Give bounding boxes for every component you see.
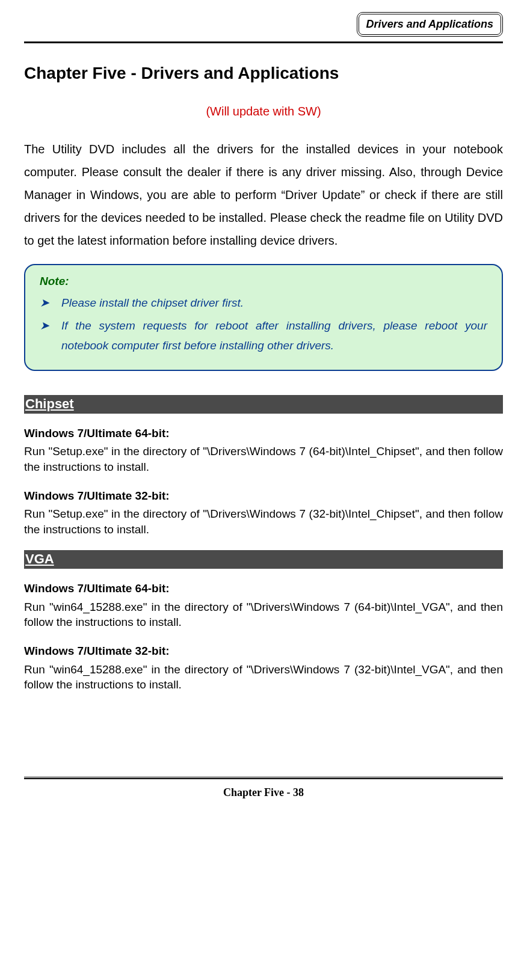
section-heading-chipset: Chipset — [24, 395, 503, 414]
subheading: Windows 7/Ultimate 64-bit: — [24, 426, 503, 442]
triangle-bullet-icon: ➤ — [40, 293, 49, 313]
note-item: ➤ If the system requests for reboot afte… — [40, 316, 487, 355]
chapter-title: Chapter Five - Drivers and Applications — [24, 61, 503, 85]
subheading: Windows 7/Ultimate 32-bit: — [24, 488, 503, 504]
triangle-bullet-icon: ➤ — [40, 316, 49, 335]
top-divider — [24, 41, 503, 43]
body-text: Run "Setup.exe" in the directory of "\Dr… — [24, 506, 503, 537]
body-text: Run "win64_15288.exe" in the directory o… — [24, 599, 503, 630]
note-label: Note: — [40, 274, 487, 290]
body-text: Run "win64_15288.exe" in the directory o… — [24, 662, 503, 693]
body-text: Run "Setup.exe" in the directory of "\Dr… — [24, 444, 503, 474]
subheading: Windows 7/Ultimate 32-bit: — [24, 643, 503, 660]
note-list: ➤ Please install the chipset driver firs… — [40, 293, 487, 355]
header-badge: Drivers and Applications — [357, 12, 503, 37]
note-item: ➤ Please install the chipset driver firs… — [40, 293, 487, 313]
section-heading-vga: VGA — [24, 550, 503, 569]
note-item-text: Please install the chipset driver first. — [61, 293, 244, 313]
page-footer: Chapter Five - 38 — [24, 785, 503, 800]
intro-paragraph: The Utility DVD includes all the drivers… — [24, 138, 503, 252]
subheading: Windows 7/Ultimate 64-bit: — [24, 581, 503, 597]
note-item-text: If the system requests for reboot after … — [61, 316, 487, 355]
update-note: (Will update with SW) — [24, 103, 503, 120]
note-box: Note: ➤ Please install the chipset drive… — [24, 264, 503, 370]
bottom-divider — [24, 777, 503, 779]
